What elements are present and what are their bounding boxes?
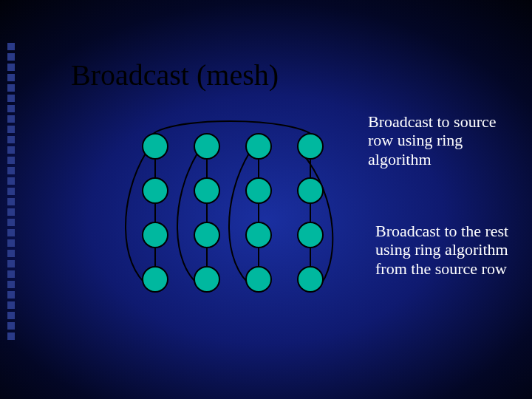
node-r3c2	[194, 222, 219, 248]
node-r1c4	[298, 134, 323, 159]
node-r3c3	[246, 222, 271, 248]
node-r1c1	[143, 134, 168, 159]
caption-bottom: Broadcast to the rest using ring algorit…	[375, 222, 516, 278]
top-ring-arc	[149, 121, 316, 139]
node-r2c4	[298, 178, 323, 203]
slide-title: Broadcast (mesh)	[71, 58, 279, 92]
node-r3c4	[298, 222, 323, 248]
node-r4c3	[246, 267, 271, 292]
node-r1c3	[246, 134, 271, 159]
node-r2c2	[194, 178, 219, 203]
slide: Broadcast (mesh) Broadcast to source row…	[0, 0, 532, 399]
decorative-side-dots	[7, 43, 15, 343]
node-r2c1	[143, 178, 168, 203]
node-r3c1	[143, 222, 168, 248]
caption-top: Broadcast to source row using ring algor…	[368, 112, 508, 168]
node-r4c2	[194, 267, 219, 292]
node-r4c1	[143, 267, 168, 292]
node-r4c4	[298, 267, 323, 292]
node-r1c2	[194, 134, 219, 159]
mesh-nodes	[143, 134, 323, 292]
mesh-diagram	[111, 117, 362, 324]
node-r2c3	[246, 178, 271, 203]
